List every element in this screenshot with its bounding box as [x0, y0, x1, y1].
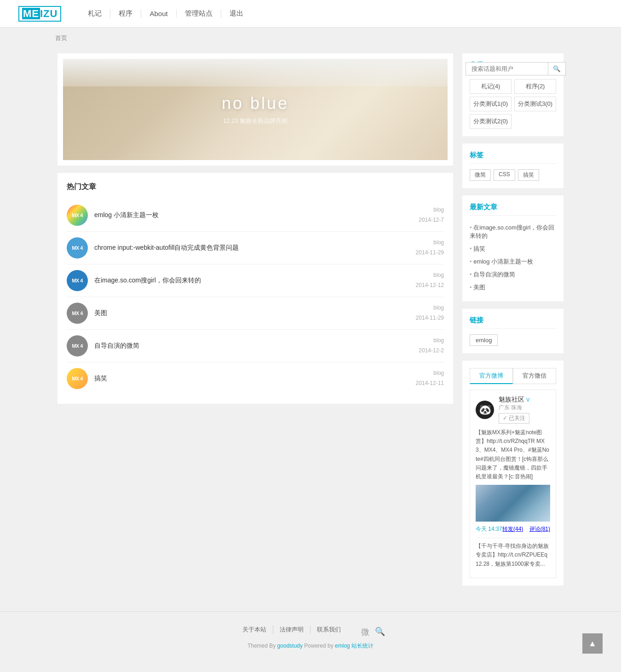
article-category: blog [416, 270, 444, 281]
links-title: 链接 [470, 316, 556, 329]
avatar-label: MX 4 [72, 213, 83, 218]
main-container: no blue 12.23 魅族全新品牌亮相 热门文章 MX 4 emlog 小… [58, 49, 564, 611]
footer-link-about[interactable]: 关于本站 [236, 626, 273, 634]
hero-subtitle: 12.23 魅族全新品牌亮相 [223, 117, 288, 125]
article-link[interactable]: 自导自演的微简 [94, 342, 139, 349]
hot-articles-title: 热门文章 [67, 182, 444, 192]
category-item[interactable]: 程序(2) [514, 79, 556, 94]
hero-image: no blue 12.23 魅族全新品牌亮相 [63, 59, 448, 160]
article-link[interactable]: emlog 小清新主题一枚 [94, 211, 159, 218]
category-item[interactable]: 札记(4) [470, 79, 512, 94]
footer-link-contact[interactable]: 联系我们 [310, 626, 347, 634]
weibo-profile: 🐼 魅族社区 V 广东 珠海 ✓ 已关注 [476, 396, 550, 424]
recent-link[interactable]: 自导自演的微简 [473, 271, 515, 278]
avatar-label: MX 4 [72, 310, 83, 316]
search-button[interactable]: 🔍 [548, 62, 566, 75]
category-grid: 札记(4) 程序(2) 分类测试1(0) 分类测试3(0) 分类测试2(0) [470, 79, 556, 129]
avatar: MX 4 [67, 368, 88, 389]
category-item[interactable]: 分类测试3(0) [514, 97, 556, 111]
content-area: no blue 12.23 魅族全新品牌亮相 热门文章 MX 4 emlog 小… [58, 53, 453, 593]
avatar-label: MX 4 [72, 278, 83, 283]
footer-link-legal[interactable]: 法律声明 [273, 626, 310, 634]
table-row: MX 4 自导自演的微简 blog 2014-12-2 [67, 330, 444, 362]
hot-articles-card: 热门文章 MX 4 emlog 小清新主题一枚 blog 2014-12-7 [58, 173, 453, 404]
category-item[interactable]: 分类测试2(0) [470, 114, 512, 129]
emlog-link[interactable]: emlog [335, 643, 350, 649]
article-meta: blog 2014-12-11 [416, 368, 444, 388]
nav-zaji[interactable]: 札记 [80, 9, 110, 18]
link-item[interactable]: emlog [470, 334, 498, 346]
sidebar: 分类 札记(4) 程序(2) 分类测试1(0) 分类测试3(0) 分类测试2(0… [462, 53, 564, 593]
recent-link[interactable]: emlog 小清新主题一枚 [473, 258, 533, 265]
search-wrap: 🔍 [466, 62, 566, 75]
article-info: 在image.so.com搜girl，你会回来转的 [94, 276, 416, 285]
article-meta: blog 2014-11-29 [416, 238, 444, 258]
recent-link[interactable]: 在image.so.com搜girl，你会回来转的 [470, 224, 554, 239]
breadcrumb: 首页 [55, 34, 67, 41]
weibo-post-footer: 今天 14:37 转发(44) 评论(81) [476, 525, 550, 533]
weibo-post2-text: 【千与千寻·寻找你身边的魅族专卖店】http://t.cn/RZPUEEq 12… [476, 542, 550, 569]
weibo-avatar: 🐼 [476, 401, 494, 419]
tag-item[interactable]: CSS [494, 169, 515, 181]
goodstudy-link[interactable]: goodstudy [277, 643, 303, 649]
article-category: blog [416, 303, 444, 313]
tab-official-wechat[interactable]: 官方微信 [513, 368, 556, 384]
stats-link[interactable]: 站长统计 [351, 643, 374, 649]
recent-title: 最新文章 [470, 203, 556, 216]
tab-official-weibo[interactable]: 官方微博 [470, 368, 513, 384]
weibo-icon[interactable]: 微 [361, 626, 369, 638]
recent-link[interactable]: 美图 [473, 284, 485, 291]
header: MEIZU 札记 程序 About 管理站点 退出 [0, 0, 621, 28]
avatar-label: MX 4 [72, 376, 83, 381]
table-row: MX 4 美图 blog 2014-11-29 [67, 297, 444, 330]
tags-title: 标签 [470, 151, 556, 164]
article-list: MX 4 emlog 小清新主题一枚 blog 2014-12-7 MX 4 [67, 199, 444, 395]
links-wrap: emlog [470, 334, 556, 346]
article-category: blog [419, 336, 444, 346]
weibo-profile-info: 魅族社区 V 广东 珠海 ✓ 已关注 [499, 396, 529, 424]
article-category: blog [419, 205, 444, 215]
article-meta: blog 2014-12-7 [419, 205, 444, 225]
logo: MEIZU [18, 6, 61, 22]
recent-link[interactable]: 搞笑 [473, 245, 485, 252]
article-link[interactable]: 美图 [94, 309, 107, 316]
avatar: MX 4 [67, 303, 88, 324]
follow-button[interactable]: ✓ 已关注 [499, 413, 529, 424]
weibo-post-text: 【魅族MX系列+魅蓝note图赏】http://t.cn/RZhqqTR MX3… [476, 428, 550, 481]
hero-title: no blue [222, 94, 289, 113]
recent-card: 最新文章 在image.so.com搜girl，你会回来转的 搞笑 emlog … [462, 195, 564, 301]
nav-chengxu[interactable]: 程序 [110, 9, 141, 18]
footer-links: 关于本站 法律声明 联系我们 [236, 626, 347, 634]
article-date: 2014-12-7 [419, 215, 444, 225]
tag-item[interactable]: 搞笑 [518, 169, 539, 181]
article-date: 2014-12-2 [419, 346, 444, 356]
tag-item[interactable]: 微简 [470, 169, 491, 181]
article-info: emlog 小清新主题一枚 [94, 211, 419, 219]
article-info: chrome input:-webkit-autofill自动完成黄色背景问题 [94, 244, 416, 252]
comment-button[interactable]: 评论(81) [529, 526, 550, 532]
table-row: MX 4 搞笑 blog 2014-12-11 [67, 362, 444, 395]
back-to-top-button[interactable]: ▲ [582, 633, 603, 654]
article-link[interactable]: 搞笑 [94, 374, 107, 382]
nav-about[interactable]: About [141, 10, 176, 17]
article-category: blog [416, 368, 444, 379]
repost-button[interactable]: 转发(44) [502, 526, 523, 532]
article-info: 搞笑 [94, 374, 416, 383]
table-row: MX 4 在image.so.com搜girl，你会回来转的 blog 2014… [67, 264, 444, 297]
search-icon: 🔍 [553, 65, 561, 72]
article-info: 美图 [94, 309, 416, 317]
article-link[interactable]: chrome input:-webkit-autofill自动完成黄色背景问题 [94, 244, 239, 251]
weibo-content: 🐼 魅族社区 V 广东 珠海 ✓ 已关注 【魅族MX系列+魅蓝note图赏】ht… [470, 390, 556, 578]
weibo-time: 今天 14:37 [476, 525, 502, 533]
nav-manage[interactable]: 管理站点 [177, 9, 221, 18]
weibo-card: 官方微博 官方微信 🐼 魅族社区 V 广东 珠海 ✓ 已关注 [462, 361, 564, 586]
article-link[interactable]: 在image.so.com搜girl，你会回来转的 [94, 276, 201, 284]
breadcrumb-bar: 首页 [0, 28, 621, 49]
nav-logout[interactable]: 退出 [221, 9, 252, 18]
list-item: 自导自演的微简 [470, 268, 556, 281]
article-meta: blog 2014-12-12 [416, 270, 444, 290]
search-input[interactable] [466, 62, 548, 75]
category-item[interactable]: 分类测试1(0) [470, 97, 512, 111]
weibo-tabs: 官方微博 官方微信 [470, 368, 556, 384]
search-social-icon[interactable]: 🔍 [375, 626, 385, 638]
